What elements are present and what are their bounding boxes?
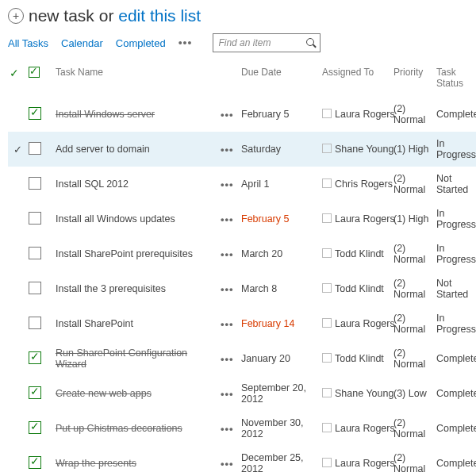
row-selected-mark bbox=[8, 446, 27, 476]
task-checkbox[interactable] bbox=[29, 351, 41, 364]
row-selected-mark: ✓ bbox=[8, 132, 27, 167]
new-task-link[interactable]: new task bbox=[29, 6, 94, 25]
row-menu-icon[interactable]: ••• bbox=[221, 178, 234, 190]
table-row[interactable]: ✓Add server to domain•••SaturdayShane Yo… bbox=[8, 132, 476, 167]
view-calendar[interactable]: Calendar bbox=[61, 37, 103, 49]
task-checkbox[interactable] bbox=[29, 386, 41, 399]
view-completed[interactable]: Completed bbox=[116, 37, 166, 49]
task-name[interactable]: Install the 3 prerequisites bbox=[56, 283, 166, 294]
task-status: In Progress bbox=[435, 306, 476, 341]
task-status: In Progress bbox=[435, 202, 476, 236]
assigned-to[interactable]: Todd Klindt bbox=[335, 248, 384, 259]
col-header-mark[interactable]: ✓ bbox=[8, 63, 27, 97]
row-menu-icon[interactable]: ••• bbox=[221, 318, 234, 330]
task-checkbox[interactable] bbox=[29, 282, 41, 294]
edit-link[interactable]: edit bbox=[118, 6, 145, 25]
assigned-to[interactable]: Laura Rogers bbox=[335, 458, 395, 469]
priority: (2) Normal bbox=[392, 341, 435, 376]
assigned-to[interactable]: Laura Rogers bbox=[335, 423, 395, 434]
assigned-checkbox-icon bbox=[322, 109, 332, 118]
task-checkbox[interactable] bbox=[29, 177, 41, 190]
due-date: February 5 bbox=[241, 109, 289, 120]
table-row[interactable]: Install all Windows updates•••February 5… bbox=[8, 202, 476, 236]
row-menu-icon[interactable]: ••• bbox=[221, 353, 234, 365]
due-date: December 25, 2012 bbox=[241, 452, 304, 474]
task-name[interactable]: Install Windows server bbox=[56, 109, 155, 120]
task-checkbox[interactable] bbox=[29, 421, 41, 434]
assigned-to[interactable]: Todd Klindt bbox=[335, 353, 384, 364]
priority: (3) Low bbox=[392, 376, 435, 411]
col-header-checkbox[interactable] bbox=[27, 63, 54, 97]
row-menu-icon[interactable]: ••• bbox=[221, 423, 234, 435]
table-row[interactable]: Create new web apps•••September 20, 2012… bbox=[8, 376, 476, 411]
add-icon[interactable]: + bbox=[8, 8, 24, 24]
table-row[interactable]: Put up Chistmas decorations•••November 3… bbox=[8, 411, 476, 446]
task-name[interactable]: Put up Chistmas decorations bbox=[56, 423, 182, 434]
search-box[interactable] bbox=[213, 33, 321, 52]
table-row[interactable]: Install SharePoint prerequisites•••March… bbox=[8, 236, 476, 271]
task-checkbox[interactable] bbox=[29, 107, 41, 120]
col-header-priority[interactable]: Priority bbox=[392, 63, 435, 97]
task-checkbox[interactable] bbox=[29, 212, 41, 225]
table-row[interactable]: Install the 3 prerequisites•••March 8Tod… bbox=[8, 271, 476, 306]
row-selected-mark bbox=[8, 271, 27, 306]
task-checkbox[interactable] bbox=[29, 456, 41, 469]
table-row[interactable]: Install Windows server•••February 5Laura… bbox=[8, 97, 476, 132]
assigned-to[interactable]: Shane Young bbox=[335, 144, 393, 155]
task-name[interactable]: Install SharePoint prerequisites bbox=[56, 248, 193, 259]
col-header-assigned[interactable]: Assigned To bbox=[321, 63, 392, 97]
search-input[interactable] bbox=[217, 36, 299, 49]
task-status: Not Started bbox=[435, 271, 476, 306]
due-date: February 5 bbox=[241, 213, 289, 225]
row-menu-icon[interactable]: ••• bbox=[221, 458, 234, 470]
row-menu-icon[interactable]: ••• bbox=[221, 283, 234, 295]
task-name[interactable]: Install SharePoint bbox=[56, 318, 133, 329]
row-selected-mark bbox=[8, 341, 27, 376]
view-all-tasks[interactable]: All Tasks bbox=[8, 37, 48, 49]
due-date: November 30, 2012 bbox=[241, 417, 304, 440]
assigned-checkbox-icon bbox=[322, 458, 332, 467]
table-row[interactable]: Install SQL 2012•••April 1Chris Rogers(2… bbox=[8, 167, 476, 202]
row-menu-icon[interactable]: ••• bbox=[221, 109, 234, 121]
table-row[interactable]: Install SharePoint•••February 14Laura Ro… bbox=[8, 306, 476, 341]
task-checkbox[interactable] bbox=[29, 317, 41, 329]
task-name[interactable]: Run SharePoint Configuration Wizard bbox=[56, 347, 187, 370]
row-menu-icon[interactable]: ••• bbox=[221, 213, 234, 225]
assigned-checkbox-icon bbox=[322, 388, 332, 397]
search-icon[interactable] bbox=[306, 38, 317, 48]
task-status: Completed bbox=[435, 341, 476, 376]
task-status: In Progress bbox=[435, 132, 476, 167]
toolbar-more-icon[interactable]: ••• bbox=[178, 36, 193, 49]
assigned-to[interactable]: Shane Young bbox=[335, 388, 393, 399]
assigned-checkbox-icon bbox=[322, 178, 332, 188]
toolbar: All Tasks Calendar Completed ••• bbox=[8, 33, 468, 52]
row-menu-icon[interactable]: ••• bbox=[221, 144, 234, 155]
table-row[interactable]: Run SharePoint Configuration Wizard•••Ja… bbox=[8, 341, 476, 376]
assigned-checkbox-icon bbox=[322, 423, 332, 432]
assigned-to[interactable]: Laura Rogers bbox=[335, 213, 395, 225]
col-header-status[interactable]: Task Status bbox=[435, 63, 476, 97]
table-row[interactable]: Wrap the presents•••December 25, 2012Lau… bbox=[8, 446, 476, 476]
task-name[interactable]: Install SQL 2012 bbox=[56, 178, 129, 190]
task-status: Completed bbox=[435, 446, 476, 476]
row-menu-icon[interactable]: ••• bbox=[221, 248, 234, 260]
task-name[interactable]: Install all Windows updates bbox=[56, 213, 175, 225]
task-name[interactable]: Create new web apps bbox=[56, 388, 152, 399]
assigned-to[interactable]: Laura Rogers bbox=[335, 318, 395, 329]
assigned-to[interactable]: Chris Rogers bbox=[335, 178, 393, 190]
task-checkbox[interactable] bbox=[29, 142, 41, 155]
assigned-to[interactable]: Todd Klindt bbox=[335, 283, 384, 294]
row-selected-mark bbox=[8, 236, 27, 271]
priority: (2) Normal bbox=[392, 167, 435, 202]
task-name[interactable]: Wrap the presents bbox=[56, 458, 136, 469]
priority: (2) Normal bbox=[392, 446, 435, 476]
col-header-taskname[interactable]: Task Name bbox=[54, 63, 219, 97]
task-status: Completed bbox=[435, 411, 476, 446]
col-header-duedate[interactable]: Due Date bbox=[240, 63, 321, 97]
row-selected-mark bbox=[8, 306, 27, 341]
task-name[interactable]: Add server to domain bbox=[56, 144, 150, 155]
assigned-to[interactable]: Laura Rogers bbox=[335, 109, 395, 120]
due-date: September 20, 2012 bbox=[241, 382, 306, 405]
row-menu-icon[interactable]: ••• bbox=[221, 388, 234, 400]
task-checkbox[interactable] bbox=[29, 247, 41, 259]
